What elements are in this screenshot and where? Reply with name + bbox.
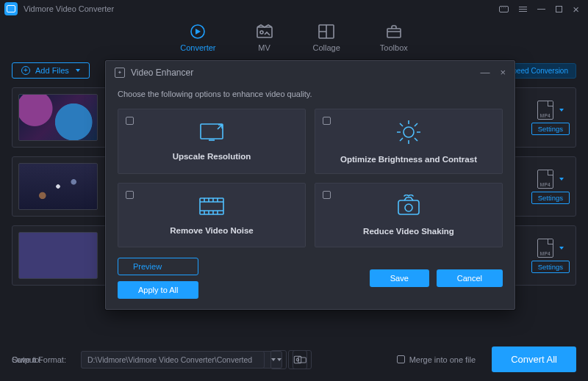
convert-all-button[interactable]: Convert All xyxy=(492,346,576,372)
maximize-button[interactable] xyxy=(556,6,562,12)
minimize-button[interactable] xyxy=(537,9,545,10)
save-to-select[interactable]: D:\Vidmore\Vidmore Video Converter\Conve… xyxy=(81,351,265,369)
cancel-button[interactable]: Cancel xyxy=(437,269,503,287)
collage-icon xyxy=(318,23,335,40)
video-enhancer-dialog: Video Enhancer — × Choose the following … xyxy=(105,60,515,310)
plus-icon: + xyxy=(21,66,30,75)
chevron-down-icon xyxy=(559,109,564,112)
checkbox-icon xyxy=(323,117,331,125)
mv-icon xyxy=(256,23,273,40)
svg-point-11 xyxy=(405,204,412,211)
tab-mv[interactable]: MV xyxy=(256,23,273,52)
output-format-picker[interactable] xyxy=(537,101,564,120)
save-button[interactable]: Save xyxy=(370,269,429,287)
dialog-close-button[interactable]: × xyxy=(500,67,506,78)
reduce-shaking-option[interactable]: Reduce Video Shaking xyxy=(315,183,503,248)
app-title: Vidmore Video Converter xyxy=(24,4,114,13)
dialog-header: Video Enhancer — × xyxy=(106,61,514,84)
video-thumbnail xyxy=(18,232,98,279)
svg-rect-10 xyxy=(398,200,419,214)
mp4-icon xyxy=(537,101,553,120)
add-files-label: Add Files xyxy=(35,66,69,75)
card-label: Upscale Resolution xyxy=(173,152,251,161)
video-thumbnail xyxy=(18,163,98,210)
menu-icon[interactable] xyxy=(519,7,527,12)
svg-point-8 xyxy=(404,127,414,137)
settings-button[interactable]: Settings xyxy=(531,192,570,204)
svg-rect-4 xyxy=(387,29,401,37)
output-format-picker[interactable] xyxy=(537,170,564,189)
add-files-button[interactable]: + Add Files xyxy=(12,62,90,79)
chevron-down-icon xyxy=(559,178,564,181)
checkbox-icon xyxy=(397,355,405,363)
output-format-picker[interactable] xyxy=(537,239,564,258)
merge-checkbox[interactable]: Merge into one file xyxy=(397,355,476,364)
settings-button[interactable]: Settings xyxy=(531,261,570,273)
message-icon[interactable] xyxy=(499,6,509,12)
app-window: Vidmore Video Converter × Converter MV xyxy=(0,0,588,381)
camera-icon xyxy=(394,195,423,218)
optimize-brightness-option[interactable]: Optimize Brightness and Contrast xyxy=(315,109,503,174)
tab-converter[interactable]: Converter xyxy=(180,23,215,52)
save-to-dropdown[interactable] xyxy=(270,350,287,369)
upscale-resolution-option[interactable]: Upscale Resolution xyxy=(118,109,306,174)
dialog-footer: Preview Apply to All Save Cancel xyxy=(106,247,514,309)
settings-button[interactable]: Settings xyxy=(531,123,570,135)
tab-collage[interactable]: Collage xyxy=(313,23,340,52)
tab-label: Converter xyxy=(180,43,215,52)
bottom-bar: Output Format: MP4 H.264/HEVC Merge into… xyxy=(0,341,588,381)
card-label: Reduce Video Shaking xyxy=(363,227,454,236)
chevron-down-icon xyxy=(76,69,80,72)
dialog-minimize-button[interactable]: — xyxy=(480,67,490,78)
chevron-down-icon xyxy=(277,358,282,361)
app-logo-icon xyxy=(4,2,18,15)
enhancer-icon xyxy=(115,68,125,78)
tab-label: MV xyxy=(258,43,270,52)
upscale-icon xyxy=(197,121,226,143)
preview-button[interactable]: Preview xyxy=(118,258,198,275)
tab-label: Collage xyxy=(313,43,340,52)
svg-rect-7 xyxy=(201,124,223,139)
save-to-label: Save to: xyxy=(12,355,75,364)
save-to-value: D:\Vidmore\Vidmore Video Converter\Conve… xyxy=(87,355,252,364)
checkbox-icon xyxy=(126,191,134,199)
card-label: Remove Video Noise xyxy=(170,226,254,235)
film-icon xyxy=(197,195,226,217)
title-bar: Vidmore Video Converter × xyxy=(0,0,588,18)
svg-point-2 xyxy=(260,31,263,34)
close-button[interactable]: × xyxy=(573,4,579,15)
main-tabs: Converter MV Collage Toolbox xyxy=(0,18,588,57)
video-thumbnail xyxy=(18,94,98,141)
tab-label: Toolbox xyxy=(380,43,408,52)
checkbox-icon xyxy=(126,117,134,125)
card-label: Optimize Brightness and Contrast xyxy=(340,155,477,164)
dialog-hint: Choose the following options to enhance … xyxy=(118,90,503,98)
converter-icon xyxy=(189,23,207,40)
merge-label: Merge into one file xyxy=(409,355,476,364)
mp4-icon xyxy=(537,239,553,258)
toolbox-icon xyxy=(385,23,403,40)
open-folder-button[interactable] xyxy=(293,350,312,369)
brightness-icon xyxy=(395,118,423,146)
checkbox-icon xyxy=(323,191,331,199)
mp4-icon xyxy=(537,170,553,189)
remove-noise-option[interactable]: Remove Video Noise xyxy=(118,183,306,248)
dialog-title: Video Enhancer xyxy=(131,68,193,78)
apply-to-all-button[interactable]: Apply to All xyxy=(118,281,198,299)
tab-toolbox[interactable]: Toolbox xyxy=(380,23,408,52)
chevron-down-icon xyxy=(559,247,564,250)
svg-rect-1 xyxy=(257,27,272,37)
svg-rect-9 xyxy=(200,198,223,214)
